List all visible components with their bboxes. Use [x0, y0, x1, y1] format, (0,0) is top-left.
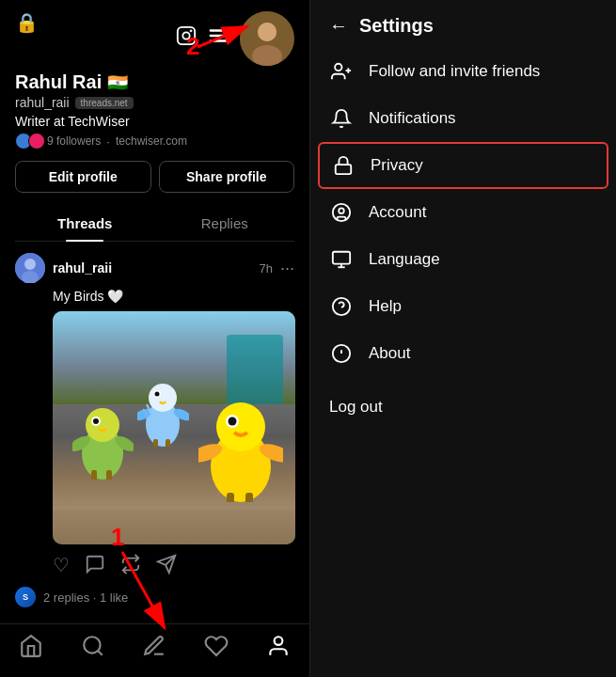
svg-rect-0 — [178, 27, 195, 44]
bio: Writer at TechWiser — [15, 114, 294, 129]
share-profile-button[interactable]: Share profile — [159, 161, 295, 193]
menu-label-account: Account — [369, 203, 426, 222]
website-link[interactable]: techwiser.com — [116, 134, 187, 148]
comment-button[interactable] — [85, 554, 105, 579]
avatar — [240, 11, 294, 66]
edit-profile-button[interactable]: Edit profile — [15, 161, 151, 193]
person-plus-icon — [329, 61, 354, 82]
menu-item-about[interactable]: About — [310, 330, 616, 377]
menu-label-help: Help — [369, 297, 402, 316]
menu-item-privacy[interactable]: Privacy — [318, 142, 608, 189]
post-content: My Birds 🤍 — [53, 289, 294, 304]
settings-header: ← Settings — [310, 0, 616, 48]
post-username: rahul_raii — [53, 260, 112, 276]
svg-point-22 — [149, 384, 177, 412]
circle-user-icon — [329, 202, 354, 223]
menu-item-account[interactable]: Account — [310, 189, 616, 236]
info-circle-icon — [329, 343, 354, 364]
nav-profile-button[interactable] — [266, 634, 291, 664]
profile-name-row: Rahul Rai 🇮🇳 — [15, 71, 294, 93]
svg-rect-56 — [333, 252, 350, 264]
post-stats: S 2 replies · 1 like — [15, 587, 294, 607]
instagram-icon[interactable] — [176, 25, 197, 52]
profile-name: Rahul Rai — [15, 71, 102, 93]
menu-label-language: Language — [369, 250, 440, 269]
followers-count: 9 followers — [47, 134, 101, 148]
svg-rect-25 — [153, 439, 158, 447]
right-panel: ← Settings Follow and invite friends — [310, 0, 616, 677]
followers-avatars — [15, 133, 41, 150]
svg-point-50 — [335, 64, 341, 71]
svg-point-11 — [24, 259, 36, 270]
post-meta: 7h ··· — [260, 259, 294, 278]
menu-item-help[interactable]: Help — [310, 283, 616, 330]
svg-rect-18 — [106, 470, 112, 480]
post-actions: ♡ — [53, 554, 294, 579]
svg-point-47 — [84, 637, 100, 653]
settings-title: Settings — [359, 15, 434, 37]
post-header: rahul_raii 7h ··· — [15, 253, 294, 283]
post-avatar — [15, 253, 45, 283]
svg-point-16 — [93, 418, 99, 424]
post-more-button[interactable]: ··· — [280, 259, 294, 278]
bird-mid-icon — [137, 381, 189, 447]
username-row: rahul_raii threads.net — [15, 95, 294, 110]
menu-item-language[interactable]: Language — [310, 236, 616, 283]
nav-home-button[interactable] — [19, 634, 43, 664]
tab-replies[interactable]: Replies — [155, 206, 295, 241]
thread-post: rahul_raii 7h ··· My Birds 🤍 — [0, 242, 309, 623]
svg-line-48 — [98, 651, 103, 655]
hamburger-menu-icon[interactable] — [208, 25, 229, 52]
bottom-nav — [0, 623, 309, 677]
svg-rect-35 — [227, 493, 234, 502]
tab-threads[interactable]: Threads — [15, 206, 155, 241]
question-circle-icon — [329, 296, 354, 317]
svg-point-55 — [339, 208, 344, 213]
bird-left-icon — [72, 404, 134, 480]
top-right-icons — [176, 11, 294, 66]
separator-dot: · — [106, 134, 110, 149]
svg-rect-26 — [166, 439, 170, 447]
menu-item-logout[interactable]: Log out — [310, 385, 616, 430]
settings-menu: Follow and invite friends Notifications … — [310, 48, 616, 430]
bell-icon — [329, 108, 354, 129]
svg-point-2 — [191, 31, 192, 32]
menu-item-follow[interactable]: Follow and invite friends — [310, 48, 616, 95]
follower-avatar-2 — [28, 133, 45, 150]
stats-avatar: S — [15, 587, 36, 607]
nav-search-button[interactable] — [81, 634, 105, 664]
svg-point-32 — [216, 402, 265, 451]
username: rahul_raii — [15, 95, 70, 110]
menu-label-privacy: Privacy — [371, 156, 423, 175]
action-buttons: Edit profile Share profile — [15, 161, 294, 193]
threads-badge: threads.net — [75, 97, 134, 109]
post-stats-text: 2 replies · 1 like — [43, 590, 128, 605]
svg-point-49 — [275, 637, 283, 645]
share-button[interactable] — [156, 554, 177, 579]
post-image — [53, 311, 295, 544]
left-panel: 🔒 — [0, 0, 310, 677]
svg-point-9 — [258, 23, 276, 41]
menu-label-follow: Follow and invite friends — [369, 62, 540, 81]
nav-heart-button[interactable] — [204, 634, 229, 664]
back-button[interactable]: ← — [329, 15, 348, 37]
svg-point-14 — [86, 408, 119, 442]
nav-compose-button[interactable] — [142, 634, 166, 664]
monitor-icon — [329, 249, 354, 270]
like-button[interactable]: ♡ — [53, 554, 70, 579]
svg-rect-36 — [245, 493, 253, 502]
svg-point-24 — [155, 391, 160, 396]
profile-section: 🔒 — [0, 0, 309, 242]
followers-row: 9 followers · techwiser.com — [15, 133, 294, 150]
svg-point-34 — [229, 417, 237, 426]
post-user-info: rahul_raii — [15, 253, 112, 283]
menu-item-notifications[interactable]: Notifications — [310, 95, 616, 142]
profile-top-row: 🔒 — [15, 11, 294, 66]
menu-label-notifications: Notifications — [369, 109, 456, 128]
svg-rect-17 — [91, 470, 97, 480]
tabs-row: Threads Replies — [15, 206, 294, 242]
bird-right-icon — [198, 399, 283, 502]
repost-button[interactable] — [120, 554, 141, 579]
lock-profile-icon: 🔒 — [15, 11, 39, 34]
post-time: 7h — [260, 261, 273, 276]
